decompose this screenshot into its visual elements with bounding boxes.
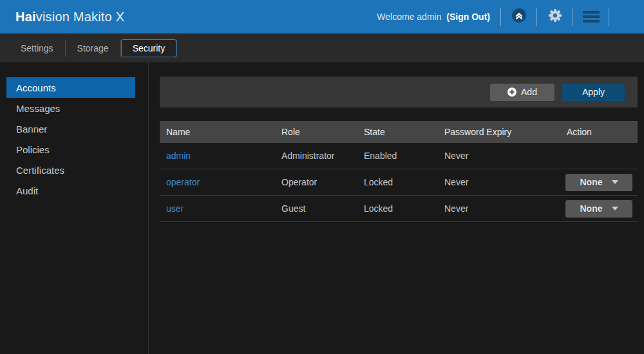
cell-role: Operator	[275, 177, 357, 187]
haivision-mark-icon	[512, 8, 526, 25]
cell-action: None	[560, 174, 638, 191]
action-dropdown-value: None	[580, 203, 603, 214]
sidebar-item-accounts[interactable]: Accounts	[6, 77, 135, 98]
tab-security[interactable]: Security	[121, 39, 177, 57]
sidebar-item-banner[interactable]: Banner	[0, 118, 148, 139]
tab-divider	[176, 40, 177, 57]
caret-down-icon	[612, 207, 618, 210]
apply-button[interactable]: Apply	[562, 84, 625, 101]
sign-out-link[interactable]: (Sign Out)	[446, 12, 490, 22]
column-header-role: Role	[275, 127, 357, 137]
accounts-panel: Add Apply Name Role State Password Expir…	[149, 62, 644, 354]
sidebar-item-certificates[interactable]: Certificates	[0, 160, 148, 180]
tab-storage[interactable]: Storage	[66, 39, 120, 57]
tab-settings[interactable]: Settings	[9, 39, 65, 57]
account-link-user[interactable]: user	[166, 203, 184, 214]
column-header-state: State	[357, 127, 438, 137]
account-link-operator[interactable]: operator	[166, 177, 200, 187]
page-body: Accounts Messages Banner Policies Certif…	[0, 62, 644, 354]
welcome-text: Welcome admin (Sign Out)	[377, 12, 490, 22]
security-sidebar: Accounts Messages Banner Policies Certif…	[0, 62, 149, 354]
column-header-password-expiry: Password Expiry	[438, 127, 560, 137]
cell-state: Enabled	[357, 151, 438, 161]
hamburger-menu-icon	[583, 9, 600, 24]
add-button[interactable]: Add	[490, 84, 554, 101]
menu-button[interactable]	[573, 0, 609, 33]
add-plus-icon	[507, 88, 516, 97]
table-header-row: Name Role State Password Expiry Action	[160, 121, 638, 143]
add-button-label: Add	[521, 87, 537, 97]
cell-password-expiry: Never	[438, 177, 560, 187]
table-row: admin Administrator Enabled Never	[160, 143, 638, 169]
main-tabbar: Settings Storage Security	[0, 33, 644, 62]
table-row: operator Operator Locked Never None	[160, 169, 638, 196]
cell-state: Locked	[357, 203, 438, 214]
haivision-mark-button[interactable]	[501, 0, 536, 33]
header-right-group: Welcome admin (Sign Out)	[377, 0, 644, 33]
settings-gear-button[interactable]	[537, 0, 573, 33]
accounts-toolbar: Add Apply	[160, 77, 638, 107]
column-header-name: Name	[160, 127, 275, 137]
welcome-label: Welcome admin	[377, 12, 441, 22]
sidebar-item-audit[interactable]: Audit	[0, 180, 148, 201]
cell-action: None	[560, 200, 638, 218]
account-link-admin[interactable]: admin	[166, 151, 191, 161]
sidebar-item-messages[interactable]: Messages	[0, 98, 148, 118]
column-header-action: Action	[560, 127, 638, 137]
table-row: user Guest Locked Never None	[160, 196, 638, 222]
caret-down-icon	[612, 180, 618, 184]
cell-role: Administrator	[275, 151, 357, 161]
app-header: Haivision Makito X Welcome admin (Sign O…	[0, 0, 644, 33]
cell-password-expiry: Never	[438, 151, 560, 161]
gear-icon	[547, 8, 563, 26]
header-spacer	[609, 0, 644, 33]
accounts-table: Name Role State Password Expiry Action a…	[160, 121, 638, 222]
apply-button-label: Apply	[582, 87, 605, 97]
cell-state: Locked	[357, 177, 438, 187]
action-dropdown-user[interactable]: None	[565, 200, 632, 218]
cell-role: Guest	[275, 203, 357, 214]
action-dropdown-value: None	[580, 177, 603, 187]
app-logo: Haivision Makito X	[15, 10, 124, 24]
cell-password-expiry: Never	[438, 203, 560, 214]
brand-bold: Hai	[15, 10, 36, 24]
sidebar-item-policies[interactable]: Policies	[0, 139, 148, 160]
action-dropdown-operator[interactable]: None	[565, 174, 632, 191]
brand-rest: vision Makito X	[36, 10, 125, 24]
